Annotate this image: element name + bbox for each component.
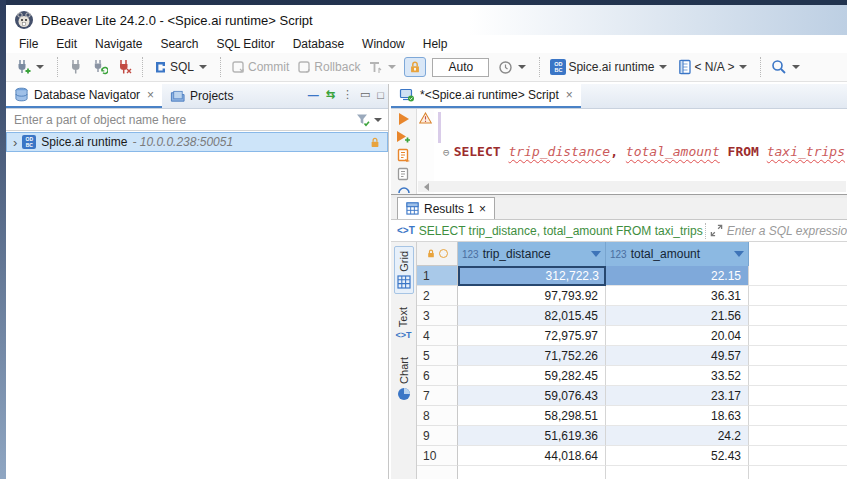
sql-editor-button[interactable]: SQL	[150, 58, 213, 77]
cell-total-amount[interactable]: 36.31	[606, 286, 749, 306]
cell-total-amount[interactable]: 22.15	[606, 266, 749, 286]
row-number-cell[interactable]: 1	[417, 266, 458, 286]
row-filler[interactable]	[749, 446, 847, 466]
grid-corner-cell[interactable]	[417, 242, 458, 266]
cell-trip-distance[interactable]: 59,282.45	[458, 366, 606, 386]
close-icon[interactable]: ×	[147, 88, 154, 102]
connection-lock-toggle[interactable]	[404, 57, 426, 77]
disconnect-button[interactable]	[113, 57, 135, 77]
object-filter-input[interactable]	[6, 113, 355, 127]
row-number-cell[interactable]: 8	[417, 406, 458, 426]
cell-trip-distance[interactable]: 51,619.36	[458, 426, 606, 446]
row-filler[interactable]	[749, 266, 847, 286]
tree-item-connection[interactable]: › ODBC Spice.ai runtime - 10.0.0.238:500…	[6, 132, 388, 152]
sort-desc-icon[interactable]	[591, 251, 601, 257]
menu-database[interactable]: Database	[284, 36, 353, 52]
link-editor-icon[interactable]: ⇆	[326, 88, 335, 101]
row-number-cell[interactable]: 10	[417, 446, 458, 466]
row-number-cell[interactable]: 9	[417, 426, 458, 446]
connection-name: Spice.ai runtime	[568, 60, 654, 74]
view-tab-chart[interactable]: Chart	[395, 353, 413, 405]
sql-label: SQL	[170, 60, 194, 74]
new-connection-button[interactable]	[12, 57, 50, 77]
cell-trip-distance[interactable]: 82,015.45	[458, 306, 606, 326]
view-tab-grid[interactable]: Grid	[394, 246, 414, 294]
scroll-left-icon[interactable]	[424, 183, 429, 191]
close-icon[interactable]: ×	[479, 202, 486, 216]
chevron-down-icon[interactable]	[374, 118, 382, 122]
partial-icon[interactable]	[397, 186, 411, 194]
column-header-total-amount[interactable]: 123 total_amount	[606, 242, 749, 266]
editor-horizontal-scrollbar[interactable]	[418, 181, 846, 192]
tab-script[interactable]: *<Spice.ai runtime> Script ×	[391, 83, 581, 108]
close-icon[interactable]: ×	[566, 88, 573, 102]
tab-database-navigator[interactable]: Database Navigator ×	[6, 83, 162, 108]
cell-trip-distance[interactable]: 97,793.92	[458, 286, 606, 306]
column-header-trip-distance[interactable]: 123 trip_distance	[458, 242, 606, 266]
search-button[interactable]	[768, 57, 806, 77]
execute-statement-icon[interactable]	[397, 112, 410, 126]
tab-projects[interactable]: Projects	[162, 83, 241, 108]
expand-chevron-icon[interactable]: ›	[13, 135, 17, 150]
cell-total-amount[interactable]: 33.52	[606, 366, 749, 386]
cell-total-amount[interactable]: 49.57	[606, 346, 749, 366]
commit-mode-combo[interactable]: Auto	[432, 58, 489, 77]
tab-results-1[interactable]: Results 1 ×	[397, 197, 495, 219]
row-number-cell[interactable]: 2	[417, 286, 458, 306]
expand-icon[interactable]	[710, 224, 723, 237]
filter-funnel-icon[interactable]	[355, 113, 371, 127]
menu-edit[interactable]: Edit	[47, 36, 86, 52]
cell-total-amount[interactable]: 52.43	[606, 446, 749, 466]
result-filter-input[interactable]	[727, 224, 847, 238]
connect-button[interactable]	[65, 57, 87, 77]
row-number-cell[interactable]: 5	[417, 346, 458, 366]
minimize-view-icon[interactable]: ▭	[360, 88, 370, 101]
rollback-button[interactable]: Rollback	[294, 58, 363, 77]
row-number-cell[interactable]: 6	[417, 366, 458, 386]
view-menu-icon[interactable]: ⋮	[342, 88, 353, 101]
row-filler[interactable]	[749, 346, 847, 366]
cell-total-amount[interactable]: 20.04	[606, 326, 749, 346]
row-filler[interactable]	[749, 326, 847, 346]
minimize-icon[interactable]: —	[308, 89, 319, 101]
execute-script-icon[interactable]	[397, 148, 411, 163]
cell-trip-distance[interactable]: 72,975.97	[458, 326, 606, 346]
active-schema-selector[interactable]: < N/A >	[675, 57, 753, 77]
reconnect-button[interactable]	[89, 57, 111, 77]
row-filler[interactable]	[749, 306, 847, 326]
menu-navigate[interactable]: Navigate	[86, 36, 151, 52]
transaction-mode-button[interactable]	[365, 58, 402, 77]
cell-total-amount[interactable]: 18.63	[606, 406, 749, 426]
maximize-view-icon[interactable]: □	[377, 89, 384, 101]
menu-file[interactable]: File	[10, 36, 47, 52]
active-connection-selector[interactable]: ODBC Spice.ai runtime	[547, 57, 673, 77]
transaction-log-button[interactable]	[495, 58, 532, 77]
cell-trip-distance[interactable]: 58,298.51	[458, 406, 606, 426]
view-tab-text[interactable]: Text <>T	[393, 303, 413, 344]
row-filler[interactable]	[749, 386, 847, 406]
menu-sql-editor[interactable]: SQL Editor	[207, 36, 283, 52]
row-filler[interactable]	[749, 426, 847, 446]
row-filler[interactable]	[749, 406, 847, 426]
commit-button[interactable]: Commit	[228, 58, 292, 77]
sort-desc-icon[interactable]	[734, 251, 744, 257]
menu-window[interactable]: Window	[353, 36, 414, 52]
row-number-cell[interactable]: 3	[417, 306, 458, 326]
row-filler[interactable]	[749, 366, 847, 386]
cell-trip-distance[interactable]: 44,018.64	[458, 446, 606, 466]
cell-total-amount[interactable]: 23.17	[606, 386, 749, 406]
row-number-cell[interactable]: 7	[417, 386, 458, 406]
menu-search[interactable]: Search	[151, 36, 207, 52]
cell-trip-distance[interactable]: 312,722.3	[458, 266, 606, 286]
table-row: 659,282.4533.52	[417, 366, 847, 386]
menu-help[interactable]: Help	[414, 36, 457, 52]
row-filler[interactable]	[749, 286, 847, 306]
execute-new-tab-icon[interactable]	[396, 130, 411, 144]
cell-total-amount[interactable]: 21.56	[606, 306, 749, 326]
cell-total-amount[interactable]: 24.2	[606, 426, 749, 446]
fold-marker-icon[interactable]: ⊖	[443, 146, 450, 159]
cell-trip-distance[interactable]: 71,752.26	[458, 346, 606, 366]
explain-plan-icon[interactable]	[397, 167, 411, 182]
row-number-cell[interactable]: 4	[417, 326, 458, 346]
cell-trip-distance[interactable]: 59,076.43	[458, 386, 606, 406]
